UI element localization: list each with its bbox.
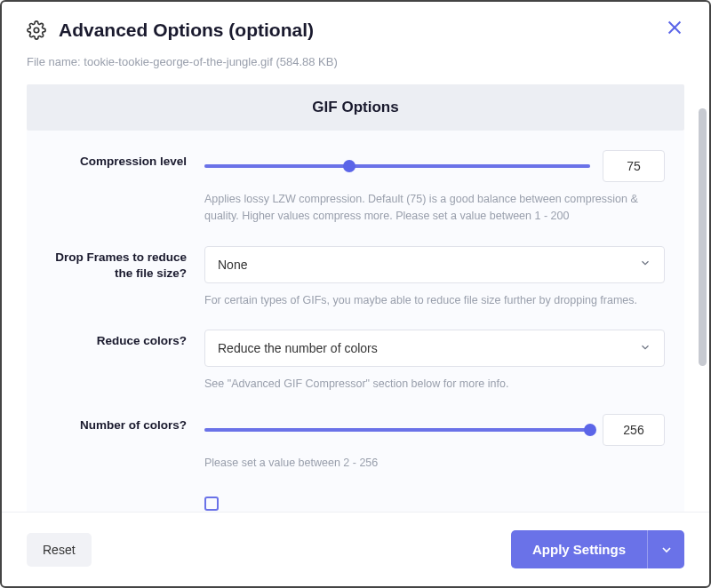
reduce-colors-label: Reduce colors? [46, 330, 204, 393]
drop-frames-row: Drop Frames to reduce the file size? Non… [46, 246, 665, 309]
file-info: File name: tookie-tookie-george-of-the-j… [2, 50, 709, 84]
reduce-colors-selected: Reduce the number of colors [218, 341, 378, 355]
compression-slider[interactable] [204, 158, 590, 174]
chevron-down-icon [639, 341, 651, 356]
num-colors-help: Please set a value between 2 - 256 [204, 455, 665, 472]
num-colors-label: Number of colors? [46, 414, 204, 472]
modal-title: Advanced Options (optional) [59, 20, 314, 41]
compression-row: Compression level Applies lossy LZW comp… [46, 150, 665, 225]
num-colors-slider[interactable] [204, 422, 590, 438]
chevron-down-icon [639, 257, 651, 272]
scrollbar-thumb[interactable] [699, 108, 707, 366]
compression-input[interactable] [603, 150, 665, 182]
options-panel: Compression level Applies lossy LZW comp… [27, 131, 684, 512]
drop-frames-selected: None [218, 258, 247, 272]
reduce-colors-select[interactable]: Reduce the number of colors [204, 330, 665, 367]
reduce-colors-help: See "Advanced GIF Compressor" section be… [204, 376, 665, 393]
drop-frames-select[interactable]: None [204, 246, 665, 283]
gear-icon [27, 20, 46, 40]
num-colors-input[interactable] [603, 414, 665, 446]
chevron-down-icon [659, 543, 674, 557]
reset-button[interactable]: Reset [27, 533, 92, 567]
advanced-options-modal: Advanced Options (optional) File name: t… [0, 0, 711, 588]
section-header: GIF Options [27, 84, 684, 131]
compression-label: Compression level [46, 150, 204, 225]
num-colors-row: Number of colors? Please set a value bet… [46, 414, 665, 472]
modal-header: Advanced Options (optional) [2, 2, 709, 50]
file-name-value: tookie-tookie-george-of-the-jungle.gif (… [84, 55, 337, 68]
drop-frames-help: For certain types of GIFs, you maybe abl… [204, 292, 665, 309]
checkbox[interactable] [204, 497, 219, 511]
modal-footer: Reset Apply Settings [2, 512, 709, 586]
reduce-colors-row: Reduce colors? Reduce the number of colo… [46, 330, 665, 393]
close-button[interactable] [665, 18, 684, 37]
drop-frames-label: Drop Frames to reduce the file size? [46, 246, 204, 309]
file-name-label: File name: [27, 55, 81, 68]
apply-dropdown-button[interactable] [647, 530, 684, 568]
options-scroll-area[interactable]: GIF Options Compression level Applies lo… [2, 84, 709, 512]
compression-help: Applies lossy LZW compression. Default (… [204, 191, 665, 225]
apply-button-group: Apply Settings [511, 530, 684, 568]
apply-settings-button[interactable]: Apply Settings [511, 530, 647, 568]
cutoff-row [46, 493, 665, 511]
svg-point-0 [34, 28, 39, 33]
